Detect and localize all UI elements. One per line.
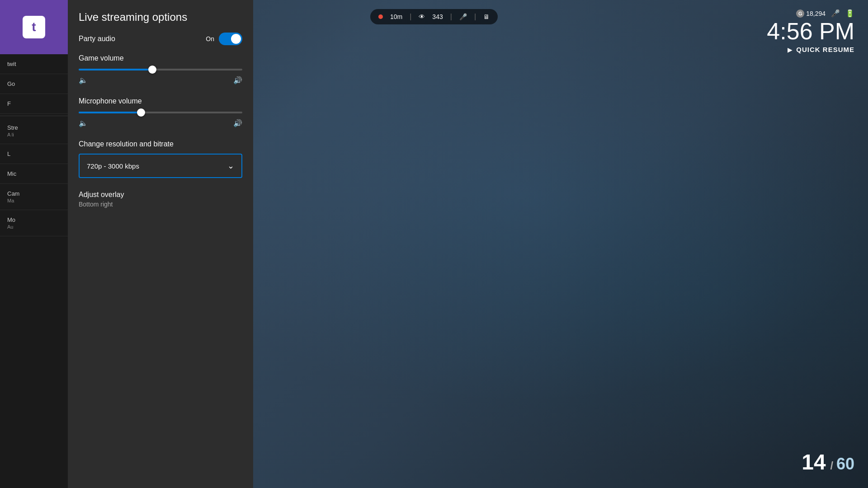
top-right-hud: G 18,294 🎤 🔋 4:56 PM ▶ QUICK RESUME [767,9,854,53]
microphone-volume-icons: 🔈 🔊 [79,119,242,127]
hud-separator-2: | [450,13,452,21]
microphone-volume-fill [79,112,141,113]
top-hud-bar: 10m | 👁 343 | 🎤 | 🖥 [370,9,498,24]
panel-content: Party audio On Game volume 🔈 🔊 Microphon… [68,33,253,208]
sidebar-item-stream[interactable]: Stre A li [0,118,68,144]
overlay-section: Adjust overlay Bottom right [79,191,242,208]
game-volume-fill [79,69,152,70]
game-volume-section: Game volume 🔈 🔊 [79,54,242,84]
sidebar: t twit Go F Stre A li L Mic Cam Ma Mo Au [0,0,68,488]
microphone-volume-section: Microphone volume 🔈 🔊 [79,97,242,127]
quick-resume-label: QUICK RESUME [796,46,854,53]
ammo-reserve: 60 [836,455,854,473]
hud-mic-icon: 🎤 [459,13,467,20]
sidebar-item-following[interactable]: F [0,94,68,114]
party-audio-toggle-text: On [206,35,214,42]
sidebar-divider [0,116,68,116]
resolution-dropdown[interactable]: 720p - 3000 kbps ⌄ [79,154,242,178]
microphone-volume-slider-track[interactable] [79,112,242,113]
ammo-hud: 14 / 60 [802,450,854,474]
top-right-stats: G 18,294 🎤 🔋 [767,9,854,18]
sidebar-item-mic[interactable]: Mic [0,164,68,184]
ammo-current: 14 [802,450,826,474]
gamerscore-stat: G 18,294 [796,9,826,18]
toggle-knob [231,34,241,44]
dropdown-chevron-icon: ⌄ [227,161,234,171]
live-dot [378,14,383,19]
live-streaming-panel: Live streaming options Party audio On Ga… [68,0,253,488]
mic-hud-icon: 🎤 [831,9,840,18]
sidebar-item-twitch[interactable]: twit [0,54,68,74]
clock-display: 4:56 PM [767,19,854,43]
overlay-title[interactable]: Adjust overlay [79,191,242,199]
sidebar-item-live[interactable]: L [0,144,68,164]
microphone-volume-label: Microphone volume [79,97,242,105]
resolution-selected-value: 720p - 3000 kbps [87,162,139,170]
volume-low-icon: 🔈 [79,76,88,84]
sidebar-item-camera[interactable]: Cam Ma [0,184,68,210]
hud-viewers: 343 [432,13,443,20]
party-audio-row: Party audio On [79,33,242,45]
g-icon: G [796,9,804,18]
hud-separator-3: | [474,13,476,21]
microphone-volume-thumb[interactable] [137,108,145,117]
hud-separator-1: | [410,13,411,21]
hud-display-icon: 🖥 [483,13,490,20]
volume-high-icon: 🔊 [233,76,242,84]
sidebar-item-go[interactable]: Go [0,74,68,94]
eye-icon: 👁 [419,13,425,20]
battery-icon: 🔋 [845,9,854,18]
play-icon: ▶ [788,46,793,53]
resolution-section: Change resolution and bitrate 720p - 300… [79,140,242,178]
party-audio-label: Party audio [79,35,115,43]
game-volume-label: Game volume [79,54,242,62]
mic-high-icon: 🔊 [233,119,242,127]
ammo-separator: / [830,460,836,472]
quick-resume-button[interactable]: ▶ QUICK RESUME [767,46,854,53]
party-audio-toggle-container: On [206,33,242,45]
sidebar-item-more[interactable]: Mo Au [0,210,68,236]
mic-low-icon: 🔈 [79,119,88,127]
hud-duration: 10m [390,13,402,20]
panel-title: Live streaming options [68,0,253,33]
twitch-logo: t [23,16,45,38]
game-volume-slider-track[interactable] [79,69,242,70]
game-volume-thumb[interactable] [148,66,156,74]
sidebar-header: t [0,0,68,54]
overlay-subtitle: Bottom right [79,201,242,208]
game-volume-icons: 🔈 🔊 [79,76,242,84]
resolution-label: Change resolution and bitrate [79,140,242,148]
party-audio-toggle[interactable] [219,33,242,45]
gamerscore-value: 18,294 [806,10,826,17]
